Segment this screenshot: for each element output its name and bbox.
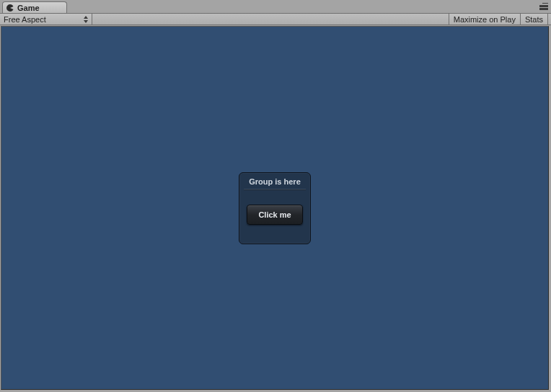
maximize-on-play-label: Maximize on Play xyxy=(454,15,516,24)
click-me-button-label: Click me xyxy=(258,210,291,219)
svg-marker-0 xyxy=(84,16,88,19)
click-me-button[interactable]: Click me xyxy=(247,205,303,225)
group-divider xyxy=(244,189,306,190)
game-window: Game Free Aspect Maximize on Play Stats xyxy=(0,0,551,392)
aspect-dropdown[interactable]: Free Aspect xyxy=(0,14,92,24)
group-title: Group is here xyxy=(249,177,301,186)
dropdown-arrows-icon xyxy=(83,15,89,24)
maximize-on-play-toggle[interactable]: Maximize on Play xyxy=(449,14,521,24)
aspect-dropdown-label: Free Aspect xyxy=(4,15,46,24)
window-menu-icon[interactable] xyxy=(539,3,548,10)
pacman-icon xyxy=(6,4,14,12)
stats-toggle[interactable]: Stats xyxy=(521,14,548,24)
tab-bar: Game xyxy=(0,0,551,13)
toolbar-spacer xyxy=(92,14,449,24)
stats-label: Stats xyxy=(525,15,543,24)
tab-game[interactable]: Game xyxy=(2,1,67,13)
gui-group-panel: Group is here Click me xyxy=(239,172,311,244)
viewport-frame: Group is here Click me xyxy=(0,25,551,392)
tab-label: Game xyxy=(17,4,40,12)
game-viewport[interactable]: Group is here Click me xyxy=(1,26,549,390)
game-toolbar: Free Aspect Maximize on Play Stats xyxy=(0,13,551,25)
toolbar-tail xyxy=(548,14,551,24)
svg-marker-1 xyxy=(84,20,88,23)
